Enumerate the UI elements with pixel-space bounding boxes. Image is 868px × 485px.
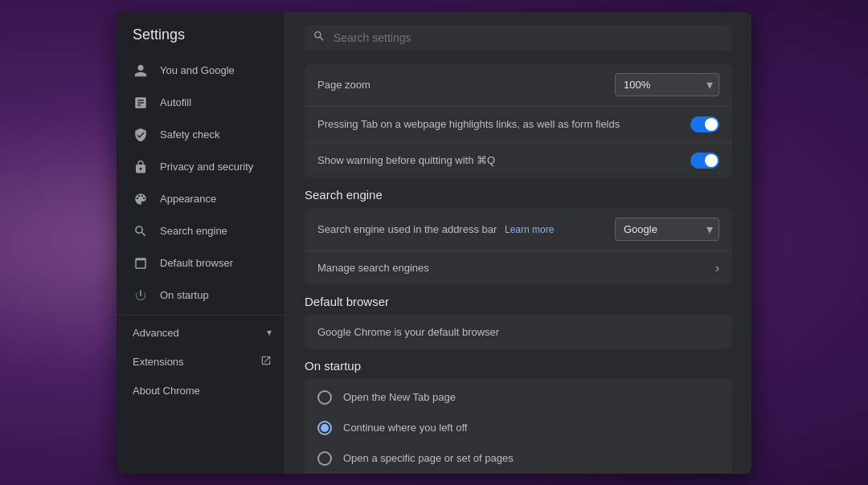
startup-option-specific-page[interactable]: Open a specific page or set of pages: [305, 443, 732, 474]
sidebar-item-autofill[interactable]: Autofill: [117, 87, 278, 119]
search-engine-dropdown[interactable]: Google: [615, 218, 719, 241]
sidebar-item-on-startup[interactable]: On startup: [117, 279, 278, 312]
sidebar-item-label-appearance: Appearance: [160, 193, 216, 205]
chevron-down-icon: ▾: [267, 327, 272, 338]
tab-highlight-row: Pressing Tab on a webpage highlights lin…: [305, 107, 732, 143]
sidebar-item-label-privacy-security: Privacy and security: [160, 161, 253, 173]
page-zoom-dropdown[interactable]: 100%: [615, 73, 719, 96]
sidebar-title: Settings: [117, 12, 285, 55]
startup-option-continue[interactable]: Continue where you left off: [305, 413, 732, 443]
on-startup-section-title: On startup: [305, 359, 732, 373]
page-zoom-row: Page zoom 100%: [305, 63, 732, 107]
sidebar-advanced-label: Advanced: [133, 327, 179, 339]
radio-new-tab-label: Open the New Tab page: [343, 391, 456, 403]
search-engine-address-label: Search engine used in the address bar Le…: [317, 223, 554, 235]
sidebar-item-safety-check[interactable]: Safety check: [117, 119, 278, 151]
search-engine-card: Search engine used in the address bar Le…: [305, 208, 732, 285]
search-bar-icon: [313, 30, 326, 46]
manage-search-engines-label: Manage search engines: [317, 262, 429, 274]
sidebar-item-label-default-browser: Default browser: [160, 257, 233, 269]
radio-specific-page: [317, 451, 332, 466]
sidebar-advanced-header[interactable]: Advanced ▾: [117, 319, 285, 347]
sidebar-item-label-autofill: Autofill: [160, 96, 191, 108]
radio-continue-label: Continue where you left off: [343, 422, 467, 434]
search-icon: [133, 223, 149, 239]
tab-highlight-label: Pressing Tab on a webpage highlights lin…: [317, 118, 620, 130]
main-content: Page zoom 100% Pressing Tab on a webpage…: [285, 12, 751, 474]
sidebar-item-label-safety-check: Safety check: [160, 128, 219, 141]
show-warning-toggle[interactable]: [690, 153, 719, 169]
appearance-icon: [133, 191, 149, 207]
tab-highlight-toggle[interactable]: [690, 116, 719, 132]
startup-option-new-tab[interactable]: Open the New Tab page: [305, 382, 732, 413]
search-input[interactable]: [305, 25, 732, 51]
show-warning-label: Show warning before quitting with ⌘Q: [317, 154, 495, 166]
sidebar-item-search-engine[interactable]: Search engine: [117, 215, 278, 247]
sidebar-item-you-and-google[interactable]: You and Google: [117, 55, 278, 87]
startup-icon: [133, 287, 149, 304]
page-zoom-label: Page zoom: [317, 79, 371, 91]
sidebar-item-label-search-engine: Search engine: [160, 225, 227, 237]
privacy-icon: [133, 159, 149, 175]
sidebar-divider: [117, 315, 285, 316]
external-link-icon: [260, 355, 272, 369]
autofill-icon: [133, 95, 149, 111]
learn-more-link[interactable]: Learn more: [505, 224, 554, 235]
on-startup-card: Open the New Tab page Continue where you…: [305, 379, 732, 474]
sidebar-about-chrome-label: About Chrome: [133, 385, 200, 397]
manage-search-engines-row[interactable]: Manage search engines ›: [305, 251, 732, 285]
sidebar-item-privacy-security[interactable]: Privacy and security: [117, 151, 278, 183]
chevron-right-icon: ›: [715, 261, 719, 275]
sidebar: Settings You and Google Autofill Safety …: [117, 12, 285, 474]
sidebar-item-label-you-and-google: You and Google: [160, 64, 235, 76]
search-engine-section-title: Search engine: [305, 188, 732, 202]
page-zoom-dropdown-wrap: 100%: [615, 73, 719, 96]
radio-continue: [317, 421, 332, 435]
sidebar-item-label-on-startup: On startup: [160, 289, 209, 301]
sidebar-item-default-browser[interactable]: Default browser: [117, 247, 278, 279]
settings-window: Settings You and Google Autofill Safety …: [117, 12, 751, 474]
zoom-card: Page zoom 100% Pressing Tab on a webpage…: [305, 63, 732, 178]
shield-icon: [133, 127, 149, 143]
default-browser-info: Google Chrome is your default browser: [305, 315, 732, 349]
sidebar-item-extensions[interactable]: Extensions: [117, 347, 285, 377]
radio-continue-inner: [321, 424, 329, 432]
search-engine-address-row: Search engine used in the address bar Le…: [305, 208, 732, 251]
default-browser-section-title: Default browser: [305, 295, 732, 308]
browser-icon: [133, 255, 149, 271]
sidebar-item-about-chrome[interactable]: About Chrome: [117, 377, 278, 405]
search-bar-container: [305, 25, 732, 51]
show-warning-row: Show warning before quitting with ⌘Q: [305, 143, 732, 178]
radio-new-tab: [317, 390, 332, 405]
radio-specific-page-label: Open a specific page or set of pages: [343, 452, 514, 464]
search-engine-dropdown-wrap: Google: [615, 218, 719, 241]
person-icon: [133, 63, 149, 79]
sidebar-extensions-label: Extensions: [133, 356, 184, 368]
sidebar-item-appearance[interactable]: Appearance: [117, 183, 278, 215]
